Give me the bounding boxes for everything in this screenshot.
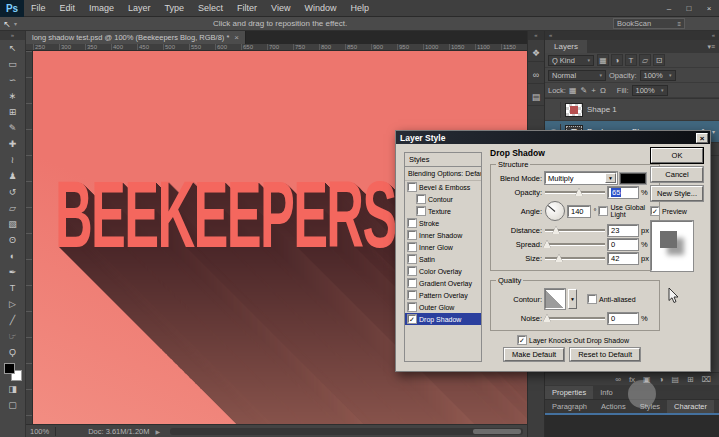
line-tool-icon[interactable]: ╱ — [3, 312, 23, 328]
anti-aliased-checkbox[interactable] — [588, 295, 596, 303]
move-tool-options-icon[interactable]: ↖ — [0, 19, 14, 29]
lock-transparency-icon[interactable]: ▦ — [569, 86, 577, 95]
crop-tool-icon[interactable]: ⊞ — [3, 104, 23, 120]
hand-tool-icon[interactable]: ☞ — [3, 328, 23, 344]
new-group-icon[interactable]: ▤ — [672, 375, 680, 384]
type-tool-icon[interactable]: T — [3, 280, 23, 296]
noise-slider[interactable] — [545, 313, 605, 323]
tool-preset-caret-icon[interactable]: ▾ — [14, 20, 17, 27]
layers-panel-menu-icon[interactable]: ▾≡ — [707, 40, 719, 53]
menu-item[interactable]: Image — [82, 0, 121, 17]
strip-collapse-icon[interactable]: « — [528, 31, 544, 40]
quick-selection-tool-icon[interactable]: ∗ — [3, 88, 23, 104]
menu-item[interactable]: Type — [158, 0, 192, 17]
make-default-button[interactable]: Make Default — [504, 348, 564, 361]
use-global-light-checkbox[interactable] — [599, 207, 607, 215]
style-checkbox[interactable] — [408, 255, 416, 263]
color-swatches[interactable] — [4, 363, 22, 381]
new-layer-icon[interactable]: ⊞ — [687, 375, 694, 384]
reset-to-default-button[interactable]: Reset to Default — [570, 348, 640, 361]
distance-field[interactable]: 23 — [608, 225, 638, 236]
dock-collapse-right-icon[interactable]: « — [712, 31, 715, 40]
style-checkbox[interactable] — [408, 279, 416, 287]
menu-item[interactable]: Window — [297, 0, 343, 17]
path-selection-tool-icon[interactable]: ▷ — [3, 296, 23, 312]
toolbar-collapse-icon[interactable]: » — [0, 31, 25, 40]
eyedropper-tool-icon[interactable]: ✎ — [3, 120, 23, 136]
style-checkbox[interactable] — [408, 303, 416, 311]
history-brush-tool-icon[interactable]: ↺ — [3, 184, 23, 200]
panel-tab[interactable]: Actions — [594, 400, 633, 413]
spread-field[interactable]: 0 — [608, 239, 638, 250]
panel-tab[interactable]: Info — [593, 386, 620, 399]
style-list-item[interactable]: Stroke — [405, 217, 481, 229]
style-list-item[interactable]: Inner Glow — [405, 241, 481, 253]
clone-stamp-tool-icon[interactable]: ♟ — [3, 168, 23, 184]
layer-opacity-select[interactable]: 100% ▾ — [640, 70, 676, 81]
contour-dropdown-icon[interactable]: ▼ — [568, 289, 577, 309]
layer-thumbnail[interactable] — [565, 103, 583, 117]
menu-item[interactable]: File — [24, 0, 53, 17]
status-menu-arrow-icon[interactable]: ▶ — [155, 428, 160, 435]
panel-tab[interactable]: Properties — [545, 386, 593, 399]
filter-smart-objects-icon[interactable]: ⊡ — [653, 54, 665, 66]
filter-type-layers-icon[interactable]: T — [625, 54, 637, 66]
style-checkbox[interactable] — [408, 183, 416, 191]
style-list-item[interactable]: Satin — [405, 253, 481, 265]
knockout-checkbox[interactable]: ✓ — [518, 336, 526, 344]
foreground-color-swatch[interactable] — [4, 363, 15, 374]
lock-pixels-icon[interactable]: ✎ — [581, 86, 588, 95]
style-checkbox[interactable] — [417, 207, 425, 215]
quick-mask-icon[interactable]: ◨ — [3, 381, 23, 397]
distance-slider[interactable] — [545, 225, 605, 235]
menu-item[interactable]: Filter — [230, 0, 264, 17]
style-checkbox[interactable] — [408, 291, 416, 299]
style-list-item[interactable]: Gradient Overlay — [405, 277, 481, 289]
tab-close-icon[interactable]: × — [234, 33, 239, 42]
new-adjustment-layer-icon[interactable]: ◑ — [659, 375, 664, 384]
blur-tool-icon[interactable]: ʘ — [3, 232, 23, 248]
delete-layer-icon[interactable]: ⌧ — [702, 375, 711, 384]
style-list-item[interactable]: Inner Shadow — [405, 229, 481, 241]
collapsed-panel-brush-icon[interactable]: ❖ — [528, 46, 544, 62]
dialog-close-icon[interactable]: × — [696, 133, 708, 143]
dock-collapse-left-icon[interactable]: « — [549, 31, 552, 40]
panel-tab[interactable]: Character — [667, 400, 714, 413]
blending-options-item[interactable]: Blending Options: Default — [405, 167, 481, 181]
collapsed-panel-search-icon[interactable]: ∞ — [528, 68, 544, 84]
menu-item[interactable]: Layer — [121, 0, 158, 17]
combo-dropdown-icon[interactable]: ▼ — [605, 173, 616, 183]
menu-item[interactable]: View — [264, 0, 297, 17]
pen-tool-icon[interactable]: ✒ — [3, 264, 23, 280]
dodge-tool-icon[interactable]: ◐ — [3, 248, 23, 264]
dialog-title-bar[interactable]: Layer Style × — [396, 131, 710, 144]
style-list-item[interactable]: Pattern Overlay — [405, 289, 481, 301]
link-layers-icon[interactable]: ∞ — [615, 375, 621, 384]
noise-field[interactable]: 0 — [608, 313, 638, 324]
move-tool-icon[interactable]: ↖ — [3, 40, 23, 56]
style-checkbox[interactable]: ✓ — [408, 315, 416, 323]
size-field[interactable]: 42 — [608, 253, 638, 264]
lock-position-icon[interactable]: + — [591, 86, 596, 95]
opacity-field[interactable]: 65 — [608, 187, 638, 198]
style-list-item[interactable]: Contour — [405, 193, 481, 205]
scrollbar-thumb[interactable] — [473, 429, 521, 434]
zoom-level-field[interactable]: 100% — [30, 427, 49, 436]
new-style-button[interactable]: New Style... — [651, 186, 703, 201]
filter-adjustment-layers-icon[interactable]: ◑ — [611, 54, 623, 66]
document-tab[interactable]: long shadow test.psd @ 100% (Beekeepers … — [26, 31, 246, 44]
panel-tab[interactable]: Paragraph — [545, 400, 594, 413]
workspace-switcher[interactable]: BookScan ≡ — [613, 18, 685, 29]
gradient-tool-icon[interactable]: ▧ — [3, 216, 23, 232]
spread-slider[interactable] — [545, 239, 605, 249]
blend-mode-combo[interactable]: Multiply ▼ — [545, 172, 617, 184]
layer-row-shape1[interactable]: Shape 1 — [545, 99, 719, 121]
collapse-effects-icon[interactable]: ▾ — [712, 128, 717, 135]
ok-button[interactable]: OK — [651, 148, 703, 163]
style-checkbox[interactable] — [417, 195, 425, 203]
menu-item[interactable]: Select — [191, 0, 230, 17]
blend-mode-select[interactable]: Normal ▾ — [548, 70, 606, 81]
restore-button[interactable]: □ — [679, 0, 699, 17]
opacity-slider[interactable] — [545, 187, 605, 197]
fill-select[interactable]: 100% ▾ — [632, 85, 668, 96]
